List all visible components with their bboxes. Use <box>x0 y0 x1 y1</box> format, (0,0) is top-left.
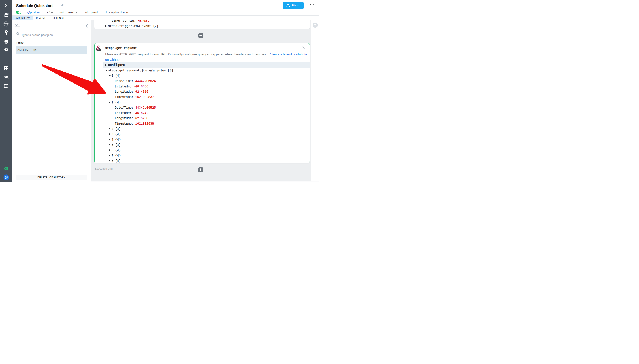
svg-text:@: @ <box>5 175 8 179</box>
